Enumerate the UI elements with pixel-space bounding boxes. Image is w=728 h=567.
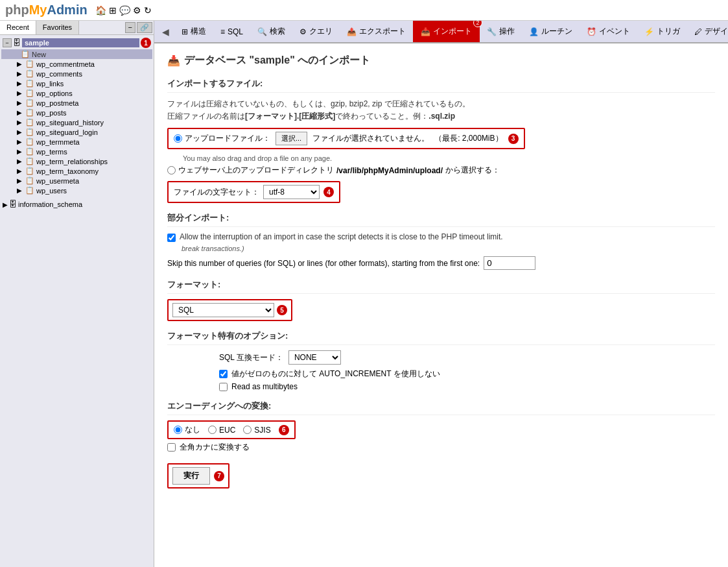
sidebar-item-wp-siteguard-login[interactable]: ▶ 📋 wp_siteguard_login (1, 127, 152, 137)
sidebar-item-wp-users[interactable]: ▶ 📋 wp_users (1, 186, 152, 195)
tab-triggers[interactable]: ⚡ トリガ (637, 21, 687, 42)
break-note: break transactions.) (182, 245, 715, 252)
info-db-label[interactable]: information_schema (18, 200, 82, 208)
tab-events[interactable]: ⏰ イベント (580, 21, 637, 42)
sidebar-item-wp-postmeta[interactable]: ▶ 📋 wp_postmeta (1, 98, 152, 108)
db-badge: 1 (141, 38, 151, 48)
auto-increment-checkbox[interactable] (219, 370, 228, 378)
nav-tabs: ◀ ⊞ 構造 ≡ SQL 🔍 検索 ⚙ クエリ 📤 エクスポート (154, 21, 728, 43)
upload-radio-option[interactable]: アップロードファイル： (174, 133, 270, 144)
encoding-none-radio[interactable] (174, 426, 182, 434)
table-label: wp_postmeta (36, 99, 78, 107)
sidebar-item-wp-termmeta[interactable]: ▶ 📋 wp_termmeta (1, 137, 152, 147)
file-info: ファイルは圧縮されていないもの、もしくは、gzip, bzip2, zip で圧… (167, 98, 715, 123)
sidebar-item-wp-usermeta[interactable]: ▶ 📋 wp_usermeta (1, 176, 152, 186)
sidebar-item-wp-term-taxonomy[interactable]: ▶ 📋 wp_term_taxonomy (1, 166, 152, 176)
expand-icon: ▶ (17, 99, 22, 106)
charset-select[interactable]: utf-8 utf-16 iso-8859-1 (263, 185, 320, 199)
info-db-expand[interactable]: ▶ (3, 201, 8, 208)
grid-icon[interactable]: ⊞ (109, 5, 117, 16)
expand-icon: ▶ (17, 177, 22, 184)
expand-icon: ▶ (17, 128, 22, 136)
back-button[interactable]: ◀ (157, 24, 174, 40)
db-collapse-btn[interactable]: − (3, 38, 12, 47)
table-icon: 📋 (25, 186, 34, 195)
collapse-icon[interactable]: − (125, 22, 135, 33)
zenkaku-checkbox[interactable] (167, 443, 176, 452)
db-sample-label[interactable]: sample (22, 38, 139, 47)
table-icon: 📋 (25, 69, 34, 78)
new-label: New (32, 51, 46, 58)
server-upload-path: /var/lib/phpMyAdmin/upload/ (336, 166, 443, 175)
format-select[interactable]: SQL CSV CSV using LOAD DATA (172, 303, 274, 317)
table-label: wp_commentmeta (36, 60, 95, 68)
tab-routines[interactable]: 👤 ルーチン (522, 21, 580, 42)
partial-checkbox-row: Allow the interruption of an import in c… (167, 232, 715, 242)
encoding-none-label: なし (185, 424, 200, 435)
sidebar-item-new[interactable]: 📋 New (1, 49, 152, 59)
read-multibytes-checkbox[interactable] (219, 383, 228, 391)
skip-input[interactable] (484, 256, 535, 270)
partial-checkbox[interactable] (167, 234, 176, 242)
sidebar-item-wp-terms[interactable]: ▶ 📋 wp_terms (1, 147, 152, 156)
encoding-options-box: なし EUC SJIS 6 (167, 420, 296, 439)
encoding-sjis-option[interactable]: SJIS (243, 426, 270, 435)
tab-structure[interactable]: ⊞ 構造 (174, 21, 213, 42)
encoding-sjis-radio[interactable] (243, 426, 252, 434)
sidebar-item-wp-links[interactable]: ▶ 📋 wp_links (1, 78, 152, 88)
home-icon[interactable]: 🏠 (95, 5, 106, 16)
server-upload-radio[interactable] (167, 166, 176, 175)
sidebar-item-wp-comments[interactable]: ▶ 📋 wp_comments (1, 69, 152, 78)
tab-sql[interactable]: ≡ SQL (213, 23, 250, 41)
zenkaku-label: 全角カナに変換する (180, 442, 250, 453)
format-badge: 5 (277, 305, 287, 315)
sidebar-tab-favorites[interactable]: Favorites (36, 21, 79, 34)
refresh-icon[interactable]: ↻ (144, 5, 152, 16)
drag-drop-note: You may also drag and drop a file on any… (183, 154, 715, 162)
read-multibytes-label: Read as multibytes (231, 382, 298, 391)
break-note-text: break transactions.) (182, 245, 244, 252)
server-upload-row: ウェブサーバ上のアップロードディレクトリ /var/lib/phpMyAdmin… (167, 165, 715, 176)
tab-designer[interactable]: 🖊 デザイナ (687, 21, 728, 42)
skip-row: Skip this number of queries (for SQL) or… (167, 256, 715, 270)
execute-btn-box: 実行 7 (167, 463, 229, 489)
upload-row: アップロードファイル： 選択... ファイルが選択されていません。 （最長: 2… (167, 128, 715, 149)
sidebar-tab-recent[interactable]: Recent (0, 21, 36, 34)
encoding-euc-option[interactable]: EUC (208, 426, 235, 435)
upload-button[interactable]: 選択... (276, 132, 307, 145)
sidebar-item-wp-posts[interactable]: ▶ 📋 wp_posts (1, 108, 152, 117)
table-icon: 📋 (25, 118, 34, 127)
section-format: フォーマット: (167, 279, 715, 294)
upload-radio[interactable] (174, 134, 182, 143)
sql-mode-select[interactable]: NONE ANSI (288, 350, 341, 365)
tab-query[interactable]: ⚙ クエリ (292, 21, 340, 42)
sidebar-item-wp-siteguard-history[interactable]: ▶ 📋 wp_siteguard_history (1, 117, 152, 127)
charset-box: ファイルの文字セット： utf-8 utf-16 iso-8859-1 4 (167, 181, 340, 203)
settings-icon[interactable]: ⚙ (133, 5, 141, 16)
link-icon[interactable]: 🔗 (137, 22, 152, 33)
upload-badge: 3 (508, 134, 519, 144)
table-label: wp_termmeta (36, 138, 80, 146)
encoding-none-option[interactable]: なし (174, 424, 200, 435)
execute-row: 実行 7 (167, 463, 715, 489)
expand-icon: ▶ (17, 119, 22, 126)
execute-button[interactable]: 実行 (172, 467, 210, 485)
tab-search[interactable]: 🔍 検索 (250, 21, 292, 42)
sidebar-item-wp-term-relationships[interactable]: ▶ 📋 wp_term_relationships (1, 156, 152, 166)
encoding-euc-radio[interactable] (208, 426, 217, 434)
tab-import[interactable]: 📥 インポート 2 (413, 21, 480, 42)
charset-badge: 4 (323, 187, 334, 197)
tab-operations-label: 操作 (499, 26, 515, 37)
table-icon: 📋 (25, 167, 34, 175)
sidebar-item-wp-options[interactable]: ▶ 📋 wp_options (1, 88, 152, 98)
execute-badge: 7 (214, 471, 224, 481)
table-icon: 📋 (25, 138, 34, 146)
comment-icon[interactable]: 💬 (119, 5, 130, 16)
tab-export[interactable]: 📤 エクスポート (340, 21, 413, 42)
new-icon: 📋 (21, 50, 30, 58)
main-layout: Recent Favorites − 🔗 − 🗄 sample 1 📋 New (0, 21, 728, 567)
expand-icon: ▶ (17, 138, 22, 145)
expand-icon: ▶ (17, 70, 22, 77)
sidebar-item-wp-commentmeta[interactable]: ▶ 📋 wp_commentmeta (1, 59, 152, 69)
tab-operations[interactable]: 🔧 操作 (480, 21, 522, 42)
